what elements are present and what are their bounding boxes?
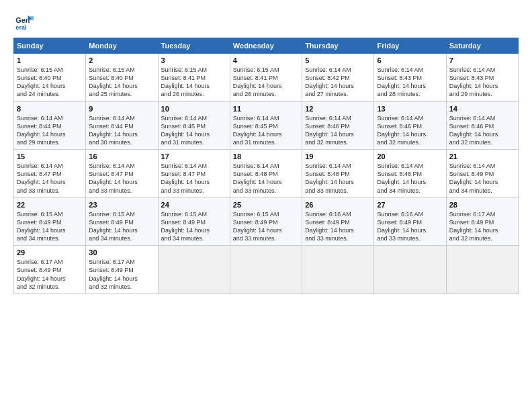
day-cell: 14 Sunrise: 6:14 AMSunset: 8:46 PMDaylig… [446, 101, 518, 150]
day-number: 2 [89, 56, 154, 64]
day-info: Sunrise: 6:14 AMSunset: 8:48 PMDaylight:… [233, 163, 282, 193]
day-number: 12 [305, 105, 371, 113]
day-cell: 13 Sunrise: 6:14 AMSunset: 8:46 PMDaylig… [374, 101, 446, 150]
week-row-2: 8 Sunrise: 6:14 AMSunset: 8:44 PMDayligh… [14, 101, 519, 150]
day-cell: 22 Sunrise: 6:15 AMSunset: 8:49 PMDaylig… [14, 197, 86, 246]
week-row-1: 1 Sunrise: 6:15 AMSunset: 8:40 PMDayligh… [14, 54, 519, 102]
day-cell: 29 Sunrise: 6:17 AMSunset: 8:49 PMDaylig… [14, 246, 86, 294]
day-cell: 1 Sunrise: 6:15 AMSunset: 8:40 PMDayligh… [14, 54, 86, 102]
day-number: 5 [305, 56, 371, 64]
day-number: 3 [161, 56, 227, 64]
day-info: Sunrise: 6:14 AMSunset: 8:44 PMDaylight:… [89, 115, 138, 146]
day-cell: 11 Sunrise: 6:14 AMSunset: 8:45 PMDaylig… [230, 101, 302, 150]
day-info: Sunrise: 6:15 AMSunset: 8:49 PMDaylight:… [89, 211, 138, 242]
day-number: 17 [161, 152, 227, 161]
day-cell [374, 246, 446, 294]
day-info: Sunrise: 6:15 AMSunset: 8:49 PMDaylight:… [161, 211, 210, 242]
day-number: 23 [89, 201, 154, 209]
week-row-3: 15 Sunrise: 6:14 AMSunset: 8:47 PMDaylig… [14, 150, 519, 198]
week-row-5: 29 Sunrise: 6:17 AMSunset: 8:49 PMDaylig… [14, 246, 519, 294]
day-number: 21 [449, 152, 515, 161]
day-number: 11 [233, 105, 299, 113]
day-info: Sunrise: 6:14 AMSunset: 8:47 PMDaylight:… [161, 163, 210, 193]
weekday-header-wednesday: Wednesday [230, 38, 302, 54]
day-info: Sunrise: 6:15 AMSunset: 8:40 PMDaylight:… [17, 66, 66, 97]
day-number: 26 [305, 201, 371, 209]
weekday-header-saturday: Saturday [446, 38, 518, 54]
day-info: Sunrise: 6:14 AMSunset: 8:48 PMDaylight:… [305, 163, 354, 193]
day-cell: 4 Sunrise: 6:15 AMSunset: 8:41 PMDayligh… [230, 54, 302, 102]
weekday-header-sunday: Sunday [14, 38, 86, 54]
logo-icon: Gen eral [13, 11, 34, 31]
weekday-row: SundayMondayTuesdayWednesdayThursdayFrid… [14, 38, 519, 54]
day-info: Sunrise: 6:14 AMSunset: 8:46 PMDaylight:… [449, 115, 498, 146]
day-info: Sunrise: 6:15 AMSunset: 8:41 PMDaylight:… [161, 66, 210, 97]
day-info: Sunrise: 6:14 AMSunset: 8:43 PMDaylight:… [449, 66, 498, 97]
day-info: Sunrise: 6:15 AMSunset: 8:49 PMDaylight:… [17, 211, 66, 242]
day-info: Sunrise: 6:14 AMSunset: 8:49 PMDaylight:… [449, 163, 498, 193]
day-cell: 25 Sunrise: 6:15 AMSunset: 8:49 PMDaylig… [230, 197, 302, 246]
weekday-header-monday: Monday [86, 38, 158, 54]
svg-text:Gen: Gen [15, 16, 30, 24]
day-number: 28 [449, 201, 515, 209]
day-cell: 26 Sunrise: 6:16 AMSunset: 8:49 PMDaylig… [302, 197, 374, 246]
day-cell [158, 246, 230, 294]
day-number: 29 [17, 248, 83, 257]
day-number: 30 [89, 248, 154, 257]
calendar-table: SundayMondayTuesdayWednesdayThursdayFrid… [13, 38, 519, 294]
day-info: Sunrise: 6:14 AMSunset: 8:46 PMDaylight:… [305, 115, 354, 146]
day-cell: 17 Sunrise: 6:14 AMSunset: 8:47 PMDaylig… [158, 150, 230, 198]
day-number: 1 [17, 56, 83, 64]
day-number: 18 [233, 152, 299, 161]
day-cell: 7 Sunrise: 6:14 AMSunset: 8:43 PMDayligh… [446, 54, 518, 102]
day-number: 4 [233, 56, 299, 64]
day-number: 10 [161, 105, 227, 113]
calendar-header: SundayMondayTuesdayWednesdayThursdayFrid… [14, 38, 519, 54]
day-number: 7 [449, 56, 515, 64]
day-number: 20 [377, 152, 443, 161]
day-cell: 10 Sunrise: 6:14 AMSunset: 8:45 PMDaylig… [158, 101, 230, 150]
page: Gen eral SundayMondayTuesdayWednesdayThu… [0, 0, 532, 411]
week-row-4: 22 Sunrise: 6:15 AMSunset: 8:49 PMDaylig… [14, 197, 519, 246]
day-info: Sunrise: 6:17 AMSunset: 8:49 PMDaylight:… [449, 211, 498, 242]
day-cell: 20 Sunrise: 6:14 AMSunset: 8:48 PMDaylig… [374, 150, 446, 198]
day-cell: 23 Sunrise: 6:15 AMSunset: 8:49 PMDaylig… [86, 197, 158, 246]
day-cell: 18 Sunrise: 6:14 AMSunset: 8:48 PMDaylig… [230, 150, 302, 198]
day-cell: 12 Sunrise: 6:14 AMSunset: 8:46 PMDaylig… [302, 101, 374, 150]
day-info: Sunrise: 6:14 AMSunset: 8:46 PMDaylight:… [377, 115, 426, 146]
day-number: 27 [377, 201, 443, 209]
day-cell: 27 Sunrise: 6:16 AMSunset: 8:49 PMDaylig… [374, 197, 446, 246]
day-info: Sunrise: 6:15 AMSunset: 8:49 PMDaylight:… [233, 211, 282, 242]
day-info: Sunrise: 6:16 AMSunset: 8:49 PMDaylight:… [377, 211, 426, 242]
day-cell [230, 246, 302, 294]
day-cell: 21 Sunrise: 6:14 AMSunset: 8:49 PMDaylig… [446, 150, 518, 198]
day-cell: 28 Sunrise: 6:17 AMSunset: 8:49 PMDaylig… [446, 197, 518, 246]
day-info: Sunrise: 6:16 AMSunset: 8:49 PMDaylight:… [305, 211, 354, 242]
weekday-header-tuesday: Tuesday [158, 38, 230, 54]
weekday-header-thursday: Thursday [302, 38, 374, 54]
day-info: Sunrise: 6:15 AMSunset: 8:40 PMDaylight:… [89, 66, 138, 97]
day-cell: 16 Sunrise: 6:14 AMSunset: 8:47 PMDaylig… [86, 150, 158, 198]
day-number: 24 [161, 201, 227, 209]
day-info: Sunrise: 6:14 AMSunset: 8:47 PMDaylight:… [89, 163, 138, 193]
day-number: 19 [305, 152, 371, 161]
day-info: Sunrise: 6:14 AMSunset: 8:43 PMDaylight:… [377, 66, 426, 97]
day-info: Sunrise: 6:14 AMSunset: 8:45 PMDaylight:… [233, 115, 282, 146]
day-number: 9 [89, 105, 154, 113]
day-number: 14 [449, 105, 515, 113]
day-cell: 24 Sunrise: 6:15 AMSunset: 8:49 PMDaylig… [158, 197, 230, 246]
day-number: 6 [377, 56, 443, 64]
day-info: Sunrise: 6:14 AMSunset: 8:47 PMDaylight:… [17, 163, 66, 193]
logo: Gen eral [13, 11, 36, 31]
day-info: Sunrise: 6:17 AMSunset: 8:49 PMDaylight:… [17, 259, 66, 289]
day-number: 25 [233, 201, 299, 209]
day-info: Sunrise: 6:14 AMSunset: 8:44 PMDaylight:… [17, 115, 66, 146]
day-cell: 3 Sunrise: 6:15 AMSunset: 8:41 PMDayligh… [158, 54, 230, 102]
header: Gen eral [13, 11, 519, 31]
day-info: Sunrise: 6:14 AMSunset: 8:48 PMDaylight:… [377, 163, 426, 193]
weekday-header-friday: Friday [374, 38, 446, 54]
day-number: 13 [377, 105, 443, 113]
day-cell [302, 246, 374, 294]
day-info: Sunrise: 6:14 AMSunset: 8:42 PMDaylight:… [305, 66, 354, 97]
day-cell: 6 Sunrise: 6:14 AMSunset: 8:43 PMDayligh… [374, 54, 446, 102]
